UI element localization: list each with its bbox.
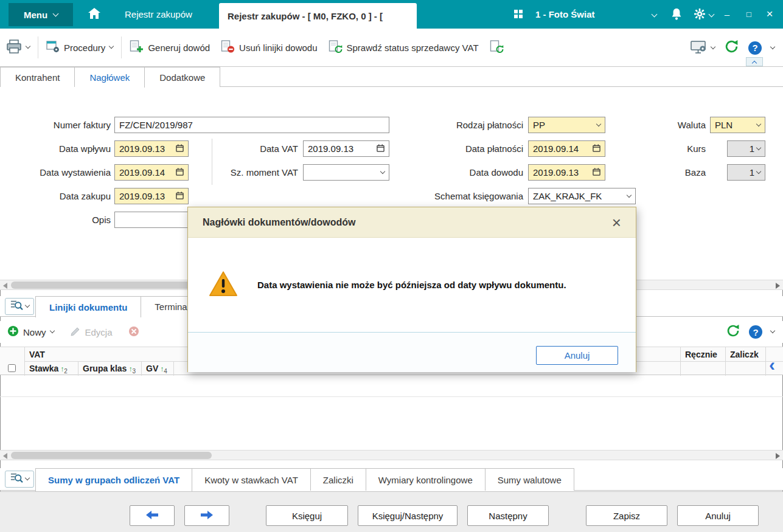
data-vat-field[interactable]: 2019.09.13 <box>303 140 389 157</box>
delete-line-button[interactable] <box>128 326 139 339</box>
scrollbar-thumb[interactable] <box>11 452 212 459</box>
titlebar: Menu Rejestr zakupów Rejestr zakupów - [… <box>0 0 783 29</box>
tab-linijki-dokumentu[interactable]: Linijki dokumentu <box>35 296 141 317</box>
data-wystawienia-field[interactable]: 2019.09.14 <box>114 164 189 181</box>
schemat-ksiegowania-value: ZAK_KRAJK_FK <box>533 191 627 201</box>
numer-faktury-input[interactable] <box>114 117 389 133</box>
panel-collapse-left-icon[interactable]: ‹ <box>769 356 775 374</box>
vat-status-refresh-icon-button[interactable] <box>490 40 504 55</box>
nowy-button[interactable]: Nowy <box>7 325 54 339</box>
settings-chevron-down-icon[interactable] <box>709 11 715 17</box>
calendar-icon[interactable] <box>593 167 600 178</box>
lines-help-icon[interactable]: ? <box>749 325 762 339</box>
help-icon[interactable]: ? <box>748 41 762 55</box>
col-grupa-klas[interactable]: Grupa klas↑3 <box>83 364 136 375</box>
generuj-dowod-button[interactable]: Generuj dowód <box>130 40 210 55</box>
dialog-title: Nagłówki dokumentów/dowodów <box>203 217 612 228</box>
close-button[interactable]: × <box>760 5 779 23</box>
company-selector[interactable]: 1 - Foto Świat <box>535 0 595 29</box>
tab-kwoty-w-stawkach[interactable]: Kwoty w stawkach VAT <box>192 468 311 491</box>
data-dowodu-field[interactable]: 2019.09.13 <box>528 164 605 181</box>
company-chevron-down-icon[interactable] <box>652 12 658 18</box>
data-wplywu-field[interactable]: 2019.09.13 <box>114 140 189 157</box>
calendar-icon[interactable] <box>176 191 184 201</box>
baza-value: 1 <box>732 167 757 178</box>
sprawdz-status-vat-button[interactable]: Sprawdź status sprzedawcy VAT <box>329 40 479 55</box>
next-record-button[interactable] <box>184 505 229 526</box>
tab-wymiary-kontrolingowe[interactable]: Wymiary kontrolingowe <box>366 468 485 491</box>
calendar-icon[interactable] <box>176 167 184 178</box>
col-zaliczki[interactable]: Zaliczk <box>730 350 759 359</box>
nav-tab-rejestr-zakupow[interactable]: Rejestr zakupów <box>125 0 192 29</box>
delete-circle-icon <box>128 326 139 339</box>
scroll-left-arrow[interactable] <box>3 283 7 289</box>
col-group-vat[interactable]: VAT <box>29 350 45 359</box>
procedury-chevron-down-icon <box>109 44 114 49</box>
kurs-select[interactable]: 1 <box>727 140 765 157</box>
dialog-close-button[interactable]: × <box>612 215 621 230</box>
lines-help-chevron-down-icon[interactable] <box>770 328 775 333</box>
previous-record-button[interactable] <box>130 505 175 526</box>
calendar-icon[interactable] <box>593 143 600 154</box>
data-wplywu-value: 2019.09.13 <box>119 143 176 154</box>
chevron-down-icon <box>53 10 59 16</box>
main-toolbar: Procedury Generuj dowód Usuń linijki dow… <box>0 29 783 67</box>
tab-zaliczki[interactable]: Zaliczki <box>311 468 366 491</box>
kurs-value: 1 <box>732 143 757 154</box>
data-zakupu-value: 2019.09.13 <box>119 191 176 201</box>
ksieguj-button[interactable]: Księguj <box>266 505 348 526</box>
rodzaj-platnosci-select[interactable]: PP <box>528 117 605 133</box>
tab-kontrahent[interactable]: Kontrahent <box>0 67 75 87</box>
horizontal-scrollbar-lower[interactable] <box>0 450 783 460</box>
schemat-ksiegowania-select[interactable]: ZAK_KRAJK_FK <box>528 188 636 204</box>
tab-sumy-walutowe[interactable]: Sumy walutowe <box>485 468 574 491</box>
view-settings-button[interactable] <box>691 40 715 56</box>
usun-linijki-button[interactable]: Usuń linijki dowodu <box>221 40 317 55</box>
lines-refresh-icon[interactable] <box>726 323 740 340</box>
notifications-bell-icon[interactable] <box>671 8 682 23</box>
ksieguj-nastepny-button[interactable]: Księguj/Następny <box>358 505 458 526</box>
document-add-icon <box>130 40 144 55</box>
maximize-button[interactable]: □ <box>740 5 758 23</box>
select-all-checkbox[interactable] <box>8 364 16 372</box>
col-gv[interactable]: GV↑4 <box>146 364 167 375</box>
tab-naglowek[interactable]: Nagłówek <box>75 67 145 88</box>
scroll-left-arrow[interactable] <box>3 453 7 459</box>
print-button[interactable] <box>6 40 30 56</box>
calendar-icon[interactable] <box>377 143 385 154</box>
nastepny-button[interactable]: Następny <box>467 505 549 526</box>
procedury-button[interactable]: Procedury <box>46 41 113 55</box>
scroll-right-arrow[interactable] <box>776 283 780 289</box>
active-window-tab[interactable]: Rejestr zakupów - [ M0, FZKO, 0 ] - [ <box>219 3 417 29</box>
col-stawka-label: Stawka <box>29 364 58 373</box>
zapisz-button[interactable]: Zapisz <box>586 505 667 526</box>
data-platnosci-field[interactable]: 2019.09.14 <box>528 140 605 157</box>
tab-dodatkowe[interactable]: Dodatkowe <box>145 67 220 87</box>
col-recznie[interactable]: Ręcznie <box>685 350 717 359</box>
tab-sumy-w-grupach[interactable]: Sumy w grupach odliczeń VAT <box>35 468 192 491</box>
menu-button[interactable]: Menu <box>9 3 73 26</box>
home-icon[interactable] <box>88 7 101 22</box>
minimize-button[interactable]: – <box>718 5 736 23</box>
dialog-anuluj-button[interactable]: Anuluj <box>536 346 618 365</box>
toolbar-collapse-button[interactable] <box>746 57 763 66</box>
apps-grid-icon[interactable] <box>514 10 523 18</box>
close-icon: × <box>612 213 621 232</box>
refresh-icon[interactable] <box>724 39 739 57</box>
lines-search-control[interactable] <box>5 298 34 315</box>
document-remove-icon <box>221 40 235 55</box>
data-vat-value: 2019.09.13 <box>308 143 377 154</box>
col-stawka[interactable]: Stawka↑2 <box>29 364 68 375</box>
data-zakupu-field[interactable]: 2019.09.13 <box>114 188 189 204</box>
sz-moment-vat-select[interactable] <box>303 164 389 181</box>
settings-gear-icon[interactable] <box>694 8 706 22</box>
baza-select[interactable]: 1 <box>727 164 765 181</box>
anuluj-button[interactable]: Anuluj <box>677 505 759 526</box>
calendar-icon[interactable] <box>176 143 184 154</box>
waluta-select[interactable]: PLN <box>710 117 765 133</box>
help-chevron-down-icon[interactable] <box>770 44 775 49</box>
procedury-label: Procedury <box>64 43 105 53</box>
edycja-button[interactable]: Edycja <box>70 326 113 339</box>
scroll-right-arrow[interactable] <box>776 453 780 459</box>
sums-search-control[interactable] <box>5 471 34 488</box>
